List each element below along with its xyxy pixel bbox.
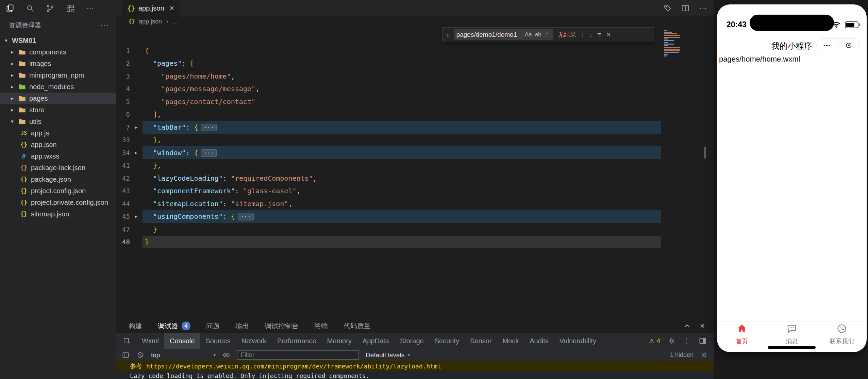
regex-toggle[interactable]: .* bbox=[544, 31, 548, 38]
previous-match-icon[interactable]: ↑ bbox=[581, 31, 584, 39]
devtools-tab-console[interactable]: Console bbox=[164, 333, 200, 349]
explorer-item-app-js[interactable]: JSapp.js bbox=[0, 127, 116, 139]
code-line-1[interactable]: 1{ bbox=[116, 44, 714, 57]
explorer-item-app-json[interactable]: {}app.json bbox=[0, 139, 116, 150]
fold-chevron-icon[interactable]: ▸ bbox=[130, 150, 142, 156]
editor-scrollbar[interactable] bbox=[704, 147, 706, 159]
close-tab-icon[interactable]: × bbox=[169, 4, 174, 12]
code-line-42[interactable]: 42"lazyCodeLoading": "requiredComponents… bbox=[116, 172, 714, 185]
panel-tab-6[interactable]: 代码质量 bbox=[344, 322, 371, 331]
next-match-icon[interactable]: ↓ bbox=[589, 31, 592, 39]
find-in-selection-icon[interactable]: ≡ bbox=[597, 31, 601, 39]
code-line-47[interactable]: 47} bbox=[116, 223, 714, 236]
log-levels-select[interactable]: Default levels ▾ bbox=[366, 351, 410, 359]
panel-tab-0[interactable]: 构建 bbox=[129, 322, 142, 331]
breadcrumb-file[interactable]: app.json bbox=[139, 18, 162, 25]
devtools-tab-appdata[interactable]: AppData bbox=[357, 333, 395, 349]
match-case-toggle[interactable]: Aa bbox=[525, 31, 532, 38]
more-icon[interactable]: ··· bbox=[699, 4, 707, 13]
chevron-right-icon[interactable]: ▸ bbox=[10, 84, 15, 90]
chevron-down-icon[interactable]: ▾ bbox=[10, 118, 15, 125]
code-line-43[interactable]: 43"componentFramework": "glass-easel", bbox=[116, 185, 714, 198]
extensions-icon[interactable] bbox=[66, 4, 75, 13]
console-filter-input[interactable] bbox=[237, 350, 359, 360]
find-input-box[interactable]: Aa ab .* bbox=[454, 29, 553, 40]
fold-chevron-icon[interactable]: ▸ bbox=[130, 124, 142, 130]
explorer-item-miniprogram-npm[interactable]: ▸miniprogram_npm bbox=[0, 69, 116, 81]
chevron-right-icon[interactable]: ▸ bbox=[10, 95, 15, 101]
console-settings-icon[interactable] bbox=[700, 351, 708, 359]
panel-tab-3[interactable]: 输出 bbox=[235, 322, 249, 331]
explorer-item-app-wxss[interactable]: #app.wxss bbox=[0, 150, 116, 162]
breadcrumb[interactable]: {} app.json › … bbox=[116, 16, 714, 27]
code-line-5[interactable]: 5"pages/contact/contact" bbox=[116, 95, 714, 108]
chevron-down-icon[interactable]: ▾ bbox=[3, 37, 9, 44]
console-sidebar-icon[interactable] bbox=[122, 351, 130, 359]
devtools-tab-sources[interactable]: Sources bbox=[200, 333, 236, 349]
devtools-tab-vulnerability[interactable]: Vulnerability bbox=[554, 333, 602, 349]
fold-chevron-icon[interactable]: ▸ bbox=[130, 213, 142, 219]
eye-icon[interactable] bbox=[222, 351, 230, 359]
capsule-close-button[interactable] bbox=[838, 39, 860, 52]
inspect-element-icon[interactable] bbox=[120, 333, 135, 349]
chevron-right-icon[interactable]: ▸ bbox=[10, 49, 15, 55]
explorer-item-package-lock-json[interactable]: {}package-lock.json bbox=[0, 162, 116, 174]
whole-word-toggle[interactable]: ab bbox=[535, 31, 541, 38]
tabbar-item-message[interactable]: 消息 bbox=[767, 322, 817, 346]
panel-tab-4[interactable]: 调试控制台 bbox=[265, 322, 299, 331]
editor-tab-app-json[interactable]: {} app.json × bbox=[122, 0, 180, 16]
warning-link[interactable]: https://developers.weixin.qq.com/minipro… bbox=[146, 363, 441, 370]
devtools-tab-storage[interactable]: Storage bbox=[395, 333, 429, 349]
code-line-6[interactable]: 6], bbox=[116, 108, 714, 121]
devtools-tab-network[interactable]: Network bbox=[236, 333, 272, 349]
files-icon[interactable] bbox=[5, 4, 15, 13]
code-line-33[interactable]: 33}, bbox=[116, 134, 714, 147]
minimap[interactable] bbox=[664, 30, 680, 56]
explorer-item-project-private-config-json[interactable]: {}project.private.config.json bbox=[0, 197, 116, 208]
code-line-3[interactable]: 3"pages/home/home", bbox=[116, 70, 714, 83]
folded-region-ellipsis[interactable]: ··· bbox=[201, 149, 217, 157]
explorer-root[interactable]: ▾ WSM01 bbox=[0, 35, 116, 46]
folded-region-ellipsis[interactable]: ··· bbox=[238, 213, 254, 220]
explorer-item-project-config-json[interactable]: {}project.config.json bbox=[0, 185, 116, 197]
home-indicator[interactable] bbox=[768, 346, 816, 349]
explorer-item-utils[interactable]: ▾utils bbox=[0, 116, 116, 127]
explorer-item-sitemap-json[interactable]: {}sitemap.json bbox=[0, 208, 116, 220]
search-icon[interactable] bbox=[26, 4, 35, 13]
devtools-tab-memory[interactable]: Memory bbox=[322, 333, 357, 349]
panel-tab-5[interactable]: 终端 bbox=[314, 322, 328, 331]
chevron-right-icon[interactable]: ▸ bbox=[10, 107, 15, 113]
clear-console-icon[interactable] bbox=[136, 351, 144, 359]
devtools-tab-performance[interactable]: Performance bbox=[272, 333, 322, 349]
capsule-more-button[interactable]: ••• bbox=[817, 39, 838, 52]
source-control-icon[interactable] bbox=[46, 4, 55, 13]
explorer-item-store[interactable]: ▸store bbox=[0, 104, 116, 116]
hidden-messages-label[interactable]: 1 hidden bbox=[670, 351, 694, 359]
devtools-tab-wxml[interactable]: Wxml bbox=[136, 333, 164, 349]
close-panel-icon[interactable]: × bbox=[700, 321, 705, 331]
tabbar-item-home[interactable]: 首页 bbox=[717, 322, 767, 346]
code-line-48[interactable]: 48} bbox=[116, 236, 714, 249]
explorer-item-pages[interactable]: ▸pages bbox=[0, 93, 116, 104]
chevron-right-icon[interactable]: ▸ bbox=[10, 61, 15, 67]
more-icon[interactable]: ··· bbox=[86, 4, 95, 13]
code-line-41[interactable]: 41}, bbox=[116, 159, 714, 172]
tag-icon[interactable] bbox=[663, 4, 672, 13]
explorer-item-components[interactable]: ▸components bbox=[0, 46, 116, 58]
code-line-7[interactable]: 7▸"tabBar": {··· bbox=[116, 121, 714, 134]
devtools-tab-sensor[interactable]: Sensor bbox=[465, 333, 497, 349]
split-editor-icon[interactable] bbox=[681, 4, 690, 13]
code-line-44[interactable]: 44"sitemapLocation": "sitemap.json", bbox=[116, 197, 714, 210]
warnings-badge[interactable]: ⚠ 4 bbox=[649, 337, 660, 345]
devtools-tab-audits[interactable]: Audits bbox=[524, 333, 554, 349]
collapse-panel-icon[interactable] bbox=[683, 322, 691, 330]
dock-side-icon[interactable] bbox=[699, 337, 707, 345]
close-find-icon[interactable]: × bbox=[606, 30, 611, 39]
chevron-right-icon[interactable]: ▸ bbox=[10, 72, 15, 78]
devtools-tab-security[interactable]: Security bbox=[429, 333, 465, 349]
breadcrumb-more[interactable]: … bbox=[172, 18, 178, 25]
explorer-item-node-modules[interactable]: ▸node_modules bbox=[0, 81, 116, 93]
toggle-replace-icon[interactable]: › bbox=[447, 31, 449, 39]
explorer-more-icon[interactable]: ··· bbox=[100, 21, 109, 30]
panel-tab-1[interactable]: 调试器4 bbox=[158, 322, 190, 331]
